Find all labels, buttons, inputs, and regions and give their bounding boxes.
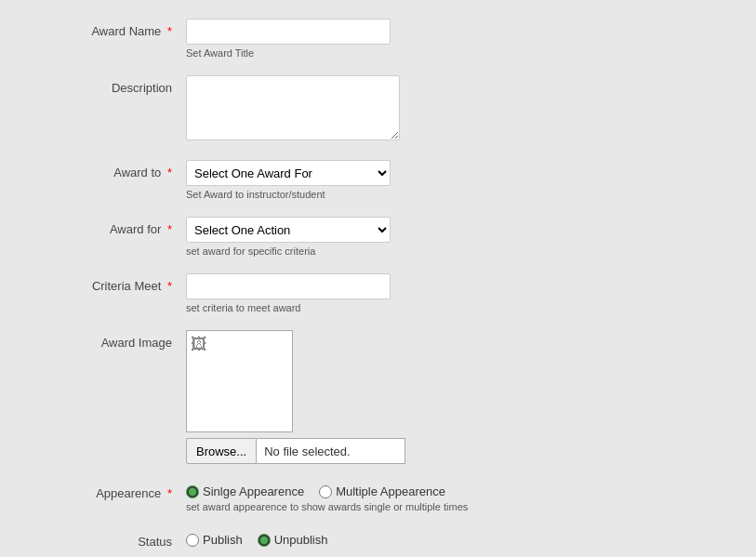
image-placeholder-icon: 🖼 [191, 335, 207, 354]
award-for-select[interactable]: Select One Action Complete Course Pass Q… [186, 217, 391, 243]
award-name-label: Award Name * [37, 19, 186, 38]
description-wrap [186, 75, 719, 143]
award-image-label: Award Image [37, 330, 186, 350]
browse-button[interactable]: Browse... [186, 438, 257, 464]
award-to-row: Award to * Select One Award For Instruct… [37, 160, 719, 200]
file-name-display: No file selected. [257, 438, 405, 464]
status-wrap: Publish Unpublish [186, 529, 719, 547]
award-to-label: Award to * [37, 160, 186, 179]
required-star-award-for: * [167, 222, 172, 236]
award-for-hint: set award for specific criteria [186, 245, 719, 257]
appearence-wrap: Sinlge Appearence Multiple Appearence se… [186, 481, 719, 512]
award-to-hint: Set Award to instructor/student [186, 189, 719, 200]
award-image-row: Award Image 🖼 Browse... No file selected… [37, 330, 719, 464]
multiple-appearence-radio[interactable] [319, 485, 332, 498]
award-for-label: Award for * [37, 217, 186, 236]
criteria-meet-wrap: set criteria to meet award [186, 273, 719, 313]
status-row: Status Publish Unpublish [37, 529, 719, 549]
award-to-wrap: Select One Award For Instructor Student … [186, 160, 719, 200]
publish-label[interactable]: Publish [186, 533, 243, 547]
criteria-meet-row: Criteria Meet * set criteria to meet awa… [37, 273, 719, 313]
required-star-criteria: * [167, 279, 172, 293]
award-to-select[interactable]: Select One Award For Instructor Student [186, 160, 391, 186]
appearence-radio-group: Sinlge Appearence Multiple Appearence [186, 481, 719, 498]
single-appearence-label[interactable]: Sinlge Appearence [186, 484, 304, 498]
appearence-label: Appearence * [37, 481, 186, 500]
description-label: Description [37, 75, 186, 95]
award-for-row: Award for * Select One Action Complete C… [37, 217, 719, 257]
criteria-meet-input[interactable] [186, 273, 391, 299]
description-row: Description [37, 75, 719, 143]
award-image-wrap: 🖼 Browse... No file selected. [186, 330, 719, 464]
award-name-input[interactable] [186, 19, 391, 45]
image-preview-box: 🖼 [186, 330, 293, 432]
award-for-wrap: Select One Action Complete Course Pass Q… [186, 217, 719, 257]
award-name-row: Award Name * Set Award Title [37, 19, 719, 59]
unpublish-label[interactable]: Unpublish [258, 533, 328, 547]
appearence-hint: set award appearence to show awards sing… [186, 501, 719, 512]
publish-radio[interactable] [186, 534, 199, 547]
status-label: Status [37, 529, 186, 549]
required-star: * [167, 24, 172, 38]
form-container: Award Name * Set Award Title Description… [0, 0, 756, 557]
criteria-meet-label: Criteria Meet * [37, 273, 186, 293]
single-appearence-text: Sinlge Appearence [203, 484, 304, 498]
criteria-meet-hint: set criteria to meet award [186, 302, 719, 313]
publish-text: Publish [203, 533, 243, 547]
multiple-appearence-text: Multiple Appearence [336, 484, 445, 498]
required-star-appearence: * [167, 486, 172, 500]
award-name-hint: Set Award Title [186, 47, 719, 59]
required-star-award-to: * [167, 166, 172, 179]
appearence-row: Appearence * Sinlge Appearence Multiple … [37, 481, 719, 512]
multiple-appearence-label[interactable]: Multiple Appearence [319, 484, 445, 498]
unpublish-radio[interactable] [258, 534, 271, 547]
status-radio-group: Publish Unpublish [186, 529, 719, 547]
single-appearence-radio[interactable] [186, 485, 199, 498]
unpublish-text: Unpublish [274, 533, 328, 547]
file-input-row: Browse... No file selected. [186, 438, 719, 464]
description-input[interactable] [186, 75, 400, 140]
award-name-wrap: Set Award Title [186, 19, 719, 59]
